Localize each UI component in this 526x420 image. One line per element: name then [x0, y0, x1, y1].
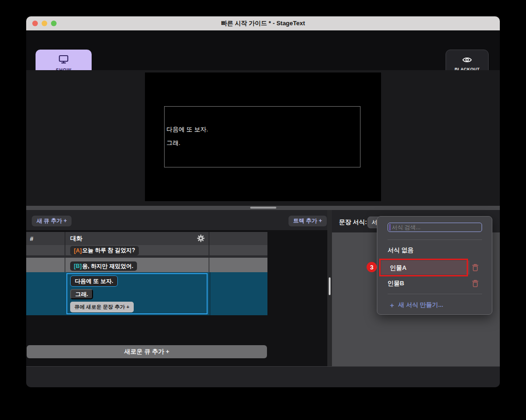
cue-table-header: # 대화 — [26, 232, 267, 245]
resize-handle[interactable] — [250, 207, 276, 209]
panel-splitter — [327, 210, 332, 366]
text-cursor — [389, 224, 390, 231]
scrollbar-thumb[interactable] — [329, 277, 331, 295]
eye-icon — [462, 56, 472, 65]
cue-row-selected[interactable]: 다음에 또 보자. 그래. 큐에 새로운 문장 추가 + — [26, 272, 267, 315]
gear-icon[interactable] — [197, 234, 205, 242]
add-sentence-to-cue-button[interactable]: 큐에 새로운 문장 추가 + — [70, 302, 134, 312]
add-track-button[interactable]: 트랙 추가 + — [288, 216, 327, 226]
cue-row-a[interactable]: [A] 오늘 하루 참 길었지? — [26, 245, 267, 255]
titlebar: 빠른 시작 가이드 * - StageText — [26, 16, 500, 30]
format-picker-popup: 서식 없음 인물A 인물B — [377, 216, 492, 315]
add-cue-button[interactable]: 새 큐 추가 + — [32, 216, 72, 226]
window-title: 빠른 시작 가이드 * - StageText — [26, 16, 500, 30]
plus-icon: + — [390, 301, 394, 309]
speaker-tag-b: [B] — [74, 263, 82, 269]
caption-line: 그래. — [166, 139, 180, 147]
sentence-text: 응, 하지만 재밌었어. — [82, 262, 133, 270]
cue-command-bar: 새 큐 추가 + 트랙 추가 + — [26, 210, 327, 230]
format-item-none[interactable]: 서식 없음 — [388, 245, 414, 255]
cue-table: # 대화 — [26, 232, 267, 315]
format-item-b[interactable]: 인물B — [388, 278, 404, 289]
format-search — [388, 223, 482, 232]
cue-row-b[interactable]: [B] 응, 하지만 재밌었어. — [26, 258, 267, 272]
caption-line: 다음에 또 보자. — [166, 126, 208, 133]
speaker-tag-a: [A] — [74, 247, 82, 254]
sentence-chip[interactable]: [B] 응, 하지만 재밌었어. — [70, 261, 137, 271]
annotation-badge: 3 — [367, 262, 377, 272]
cue-panel: 새 큐 추가 + 트랙 추가 + # 대화 — [26, 210, 327, 366]
column-header-number: # — [26, 232, 65, 245]
horizontal-divider — [26, 206, 500, 210]
app-window: 빠른 시작 가이드 * - StageText SHOW BLACKOUT — [26, 16, 500, 387]
sentence-text: 오늘 하루 참 길었지? — [82, 246, 135, 254]
format-label: 문장 서식: — [339, 218, 367, 226]
new-cue-button[interactable]: 새로운 큐 추가 + — [27, 345, 267, 358]
column-header-dialog: 대화 — [65, 232, 209, 245]
format-item-a[interactable]: 인물A — [381, 261, 469, 275]
create-format-button[interactable]: + 새 서식 만들기... — [390, 300, 443, 310]
popup-separator — [388, 294, 482, 294]
trash-icon[interactable] — [472, 264, 479, 271]
status-strip — [26, 366, 500, 387]
toolbar: SHOW BLACKOUT — [26, 30, 500, 70]
sentence-chip[interactable]: [A] 오늘 하루 참 길었지? — [70, 246, 139, 255]
caption-frame — [164, 106, 360, 167]
popup-separator — [388, 239, 482, 240]
sentence-chip-selected[interactable]: 다음에 또 보자. — [70, 275, 118, 287]
selected-cue-cell: 다음에 또 보자. 그래. 큐에 새로운 문장 추가 + — [66, 273, 208, 314]
sentence-chip[interactable]: 그래. — [70, 289, 93, 299]
format-search-input[interactable] — [388, 223, 482, 232]
trash-icon[interactable] — [472, 280, 479, 287]
monitor-icon — [58, 55, 69, 65]
create-format-label: 새 서식 만들기... — [398, 301, 443, 309]
